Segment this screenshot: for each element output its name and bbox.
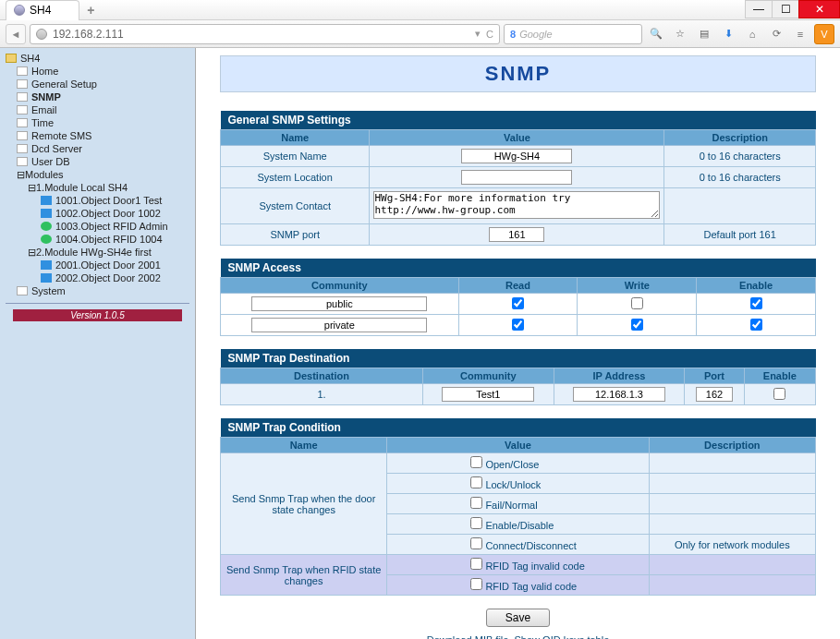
tree-object[interactable]: 1001.Object Door1 Test — [0, 194, 195, 207]
rfid-invalid-checkbox[interactable] — [470, 558, 482, 570]
show-oid-link[interactable]: Show OID keys table — [515, 634, 610, 639]
extension-icon[interactable]: V — [814, 24, 834, 44]
rfid-valid-checkbox[interactable] — [470, 578, 482, 590]
search-icon[interactable]: 🔍 — [646, 24, 666, 44]
tree-item-general-setup[interactable]: General Setup — [0, 78, 195, 90]
system-location-input[interactable] — [461, 170, 572, 185]
window-minimize[interactable]: — — [745, 0, 773, 18]
tree-item-time[interactable]: Time — [0, 116, 195, 129]
menu-icon[interactable]: ≡ — [790, 24, 810, 44]
panel-title: SNMP Trap Destination — [221, 349, 816, 368]
trap-community-input[interactable] — [442, 387, 534, 402]
tree-item-home[interactable]: Home — [0, 65, 195, 78]
download-mib-link[interactable]: Download MIB file — [427, 634, 509, 639]
snmp-port-input[interactable] — [489, 227, 544, 242]
sidebar: SH4 Home General Setup SNMP Email Time R… — [0, 48, 196, 639]
write-checkbox[interactable] — [631, 297, 643, 309]
tree-root[interactable]: SH4 — [0, 52, 195, 65]
save-button[interactable]: Save — [486, 609, 550, 627]
enable-checkbox[interactable] — [750, 319, 762, 331]
star-icon[interactable]: ☆ — [670, 24, 690, 44]
content: SNMP General SNMP Settings Name Value De… — [196, 48, 840, 639]
snmp-access-table: SNMP Access Community Read Write Enable — [220, 259, 816, 336]
tree-item-snmp[interactable]: SNMP — [0, 90, 195, 103]
tree-object[interactable]: 2001.Object Door 2001 — [0, 259, 195, 271]
globe-icon — [36, 29, 47, 40]
trap-ip-input[interactable] — [573, 387, 665, 402]
row-label: System Contact — [221, 188, 370, 224]
tree-item-modules[interactable]: ⊟ Modules — [0, 168, 195, 181]
row-label: System Name — [221, 146, 370, 167]
write-checkbox[interactable] — [631, 319, 643, 331]
trap-destination-table: SNMP Trap Destination Destination Commun… — [220, 349, 816, 405]
download-icon[interactable]: ⬇ — [718, 24, 738, 44]
new-tab-button[interactable]: + — [87, 3, 94, 18]
panel-title: SNMP Access — [221, 259, 816, 278]
page-title: SNMP — [220, 55, 816, 92]
globe-icon — [14, 5, 25, 16]
enable-checkbox[interactable] — [750, 297, 762, 309]
system-contact-input[interactable]: HWg-SH4:For more information try http://… — [373, 191, 660, 219]
connect-disconnect-checkbox[interactable] — [470, 537, 482, 549]
trap-condition-table: SNMP Trap Condition Name Value Descripti… — [220, 418, 816, 596]
tree-item-dcd-server[interactable]: Dcd Server — [0, 142, 195, 155]
tree-module-2[interactable]: ⊟ 2.Module HWg-SH4e first — [0, 246, 195, 259]
search-box[interactable]: 8 Google — [504, 24, 642, 44]
version-label: Version 1.0.5 — [13, 309, 182, 321]
address-bar: ◄ 192.168.2.111 ▾ C 8 Google 🔍 ☆ ▤ ⬇ ⌂ ⟳… — [0, 20, 840, 48]
library-icon[interactable]: ▤ — [694, 24, 714, 44]
community-input[interactable] — [251, 318, 427, 332]
open-close-checkbox[interactable] — [470, 456, 482, 468]
url-text: 192.168.2.111 — [53, 28, 469, 41]
tree-object[interactable]: 1004.Object RFID 1004 — [0, 233, 195, 246]
door-trap-label: Send Snmp Trap when the door state chang… — [221, 453, 387, 555]
tab-title: SH4 — [30, 4, 51, 17]
trap-enable-checkbox[interactable] — [773, 388, 785, 400]
panel-title: General SNMP Settings — [221, 111, 816, 130]
home-icon[interactable]: ⌂ — [742, 24, 762, 44]
row-label: System Location — [221, 167, 370, 188]
sidebar-divider — [6, 303, 189, 304]
destination-label: 1. — [221, 384, 423, 405]
read-checkbox[interactable] — [512, 319, 524, 331]
rfid-trap-label: Send Snmp Trap when RFID state changes — [221, 555, 387, 596]
system-name-input[interactable] — [461, 149, 572, 163]
row-label: SNMP port — [221, 224, 370, 246]
trap-port-input[interactable] — [696, 387, 733, 402]
url-box[interactable]: 192.168.2.111 ▾ C — [30, 24, 500, 44]
tree-item-system[interactable]: System — [0, 284, 195, 297]
refresh-icon[interactable]: ⟳ — [766, 24, 786, 44]
tree-object[interactable]: 1002.Object Door 1002 — [0, 207, 195, 220]
panel-title: SNMP Trap Condition — [221, 418, 816, 438]
tree-item-remote-sms[interactable]: Remote SMS — [0, 129, 195, 142]
nav-back[interactable]: ◄ — [6, 24, 26, 44]
read-checkbox[interactable] — [512, 297, 524, 309]
tree-item-email[interactable]: Email — [0, 103, 195, 116]
window-titlebar: SH4 + — ☐ ✕ — [0, 0, 840, 20]
general-settings-table: General SNMP Settings Name Value Descrip… — [220, 111, 816, 246]
search-placeholder: Google — [519, 29, 552, 40]
lock-unlock-checkbox[interactable] — [470, 476, 482, 488]
fail-normal-checkbox[interactable] — [470, 497, 482, 509]
window-close[interactable]: ✕ — [798, 0, 840, 18]
tree-object[interactable]: 1003.Object RFID Admin — [0, 220, 195, 233]
community-input[interactable] — [251, 296, 427, 311]
tree-item-user-db[interactable]: User DB — [0, 155, 195, 168]
window-maximize[interactable]: ☐ — [772, 0, 799, 18]
browser-tab[interactable]: SH4 — [6, 0, 79, 20]
tree-object[interactable]: 2002.Object Door 2002 — [0, 271, 195, 284]
tree-module-1[interactable]: ⊟ 1.Module Local SH4 — [0, 181, 195, 194]
enable-disable-checkbox[interactable] — [470, 517, 482, 529]
bottom-links: Download MIB file, Show OID keys table — [220, 634, 816, 639]
